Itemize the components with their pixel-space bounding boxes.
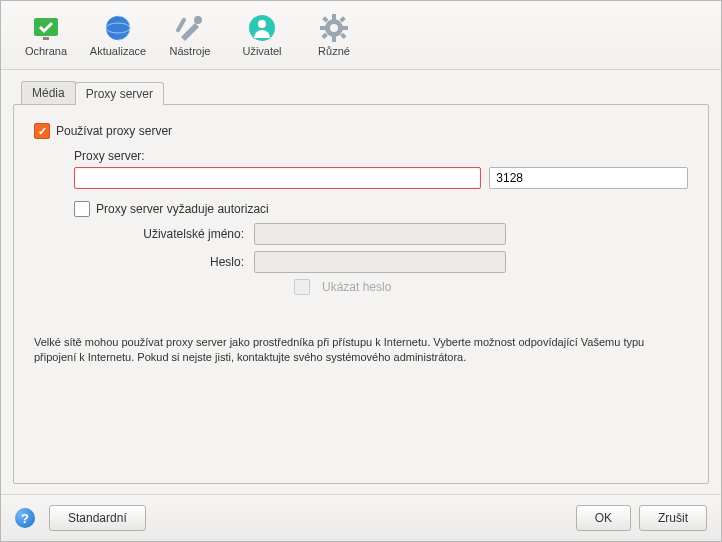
main-toolbar: Ochrana Aktualizace Nástroje Uživatel Rů… <box>1 1 721 70</box>
svg-rect-17 <box>321 33 327 39</box>
auth-label: Proxy server vyžaduje autorizaci <box>96 202 269 216</box>
tool-tools[interactable]: Nástroje <box>157 11 223 59</box>
tool-label: Ochrana <box>25 45 67 57</box>
svg-rect-12 <box>320 26 326 30</box>
tool-label: Nástroje <box>170 45 211 57</box>
proxy-port-input[interactable] <box>489 167 688 189</box>
proxy-inputs <box>74 167 688 189</box>
auth-checkbox[interactable] <box>74 201 90 217</box>
svg-point-4 <box>194 16 202 24</box>
description-text: Velké sítě mohou používat proxy server j… <box>34 335 688 366</box>
tool-user[interactable]: Uživatel <box>229 11 295 59</box>
password-label: Heslo: <box>74 255 244 269</box>
use-proxy-row: ✓ Používat proxy server <box>34 123 688 139</box>
default-button[interactable]: Standardní <box>49 505 146 531</box>
auth-form: Uživatelské jméno: Heslo: Ukázat heslo <box>74 223 688 295</box>
svg-point-9 <box>330 24 338 32</box>
use-proxy-label: Používat proxy server <box>56 124 172 138</box>
show-password-label: Ukázat heslo <box>322 280 391 294</box>
ok-button[interactable]: OK <box>576 505 631 531</box>
tab-media[interactable]: Média <box>21 81 76 104</box>
tool-misc[interactable]: Různé <box>301 11 367 59</box>
tool-protection[interactable]: Ochrana <box>13 11 79 59</box>
shield-icon <box>31 13 61 43</box>
use-proxy-checkbox[interactable]: ✓ <box>34 123 50 139</box>
proxy-server-label: Proxy server: <box>74 149 688 163</box>
tools-icon <box>175 13 205 43</box>
gear-icon <box>319 13 349 43</box>
user-icon <box>247 13 277 43</box>
password-input[interactable] <box>254 251 506 273</box>
svg-rect-15 <box>340 33 346 39</box>
auth-row: Proxy server vyžaduje autorizaci <box>74 201 688 217</box>
proxy-host-input[interactable] <box>74 167 481 189</box>
settings-window: Ochrana Aktualizace Nástroje Uživatel Rů… <box>0 0 722 542</box>
svg-rect-5 <box>175 17 186 33</box>
footer-bar: ? Standardní OK Zrušit <box>1 494 721 541</box>
show-password-row: Ukázat heslo <box>294 279 688 295</box>
globe-icon <box>103 13 133 43</box>
tab-bar: Média Proxy server <box>21 80 709 104</box>
svg-rect-1 <box>43 37 49 40</box>
svg-rect-14 <box>322 16 328 22</box>
content-area: Média Proxy server ✓ Používat proxy serv… <box>1 70 721 494</box>
tool-label: Uživatel <box>242 45 281 57</box>
svg-rect-16 <box>339 16 345 22</box>
show-password-checkbox <box>294 279 310 295</box>
proxy-panel: ✓ Používat proxy server Proxy server: Pr… <box>13 104 709 484</box>
svg-point-7 <box>258 20 266 28</box>
tab-proxy[interactable]: Proxy server <box>75 82 164 105</box>
tool-label: Různé <box>318 45 350 57</box>
help-icon[interactable]: ? <box>15 508 35 528</box>
svg-rect-10 <box>332 14 336 20</box>
svg-rect-13 <box>342 26 348 30</box>
tool-label: Aktualizace <box>90 45 146 57</box>
tool-updates[interactable]: Aktualizace <box>85 11 151 59</box>
svg-rect-11 <box>332 36 336 42</box>
username-label: Uživatelské jméno: <box>74 227 244 241</box>
username-input[interactable] <box>254 223 506 245</box>
cancel-button[interactable]: Zrušit <box>639 505 707 531</box>
